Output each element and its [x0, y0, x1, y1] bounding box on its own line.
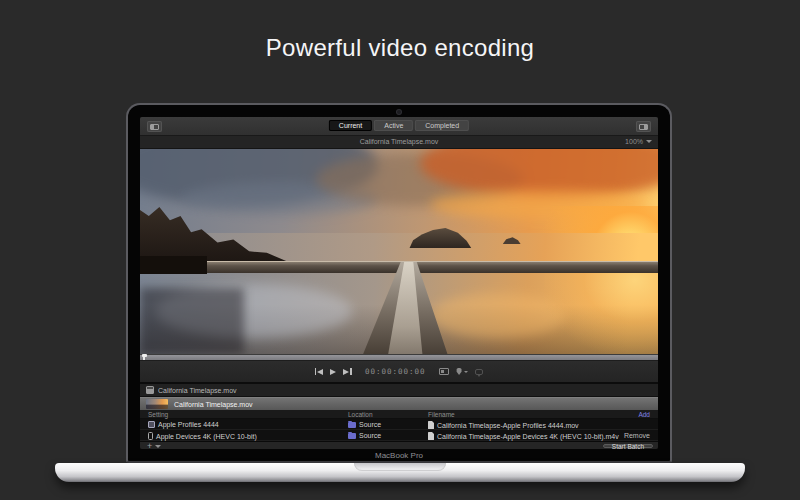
marker-icon [456, 368, 463, 375]
device-setting-icon [148, 432, 153, 440]
feedback-bubble-icon[interactable] [475, 369, 483, 375]
timecode-display: 00:00:00:00 [365, 367, 426, 376]
output-row[interactable]: Apple Profiles 4444 Source California Ti… [140, 419, 658, 430]
location-name: Source [359, 421, 381, 428]
sidebar-icon [150, 124, 159, 130]
app-toolbar: Current Active Completed [140, 117, 658, 136]
page-title: Powerful video encoding [0, 34, 800, 62]
marketing-page: Powerful video encoding Current Active C… [0, 0, 800, 500]
tab-active[interactable]: Active [374, 120, 413, 131]
inspector-toggle-button[interactable] [636, 121, 651, 132]
skip-forward-icon [350, 368, 352, 375]
webcam-dot [397, 110, 401, 114]
viewer-filename: California Timelapse.mov [140, 138, 658, 145]
add-job-menu-button[interactable]: + [147, 442, 161, 449]
previous-frame-button[interactable] [315, 368, 324, 375]
chevron-down-icon [646, 140, 652, 143]
column-location: Location [348, 411, 373, 418]
macbook-lid-notch [354, 463, 446, 471]
clapboard-icon [146, 386, 154, 394]
chevron-down-icon [155, 445, 161, 448]
output-filename: California Timelapse-Apple Devices 4K (H… [437, 433, 619, 440]
add-output-link[interactable]: Add [638, 411, 650, 418]
plus-icon: + [147, 442, 152, 449]
play-icon [330, 369, 336, 375]
scene-foreground-rocks [140, 256, 207, 274]
inspector-icon [639, 124, 648, 130]
document-icon [428, 432, 434, 440]
preview-pane-toggle-button[interactable] [147, 121, 162, 132]
folder-icon [348, 422, 356, 428]
column-header-row: Setting Location Filename Add [140, 410, 658, 419]
remove-output-link[interactable]: Remove [624, 432, 650, 439]
compressor-app-window: Current Active Completed California Time… [140, 117, 658, 449]
batch-panel: California Timelapse.mov California Time… [140, 382, 658, 449]
skip-back-icon [317, 369, 323, 375]
selected-source-row[interactable]: California Timelapse.mov [140, 397, 658, 410]
scene-sun-reflection [544, 272, 658, 354]
scene-dark-reflection [140, 288, 244, 354]
batch-header-row[interactable]: California Timelapse.mov [140, 384, 658, 397]
timeline-scrubber[interactable] [140, 354, 658, 361]
status-tabs: Current Active Completed [329, 120, 469, 131]
zoom-control[interactable]: 100% [625, 138, 652, 145]
batch-source-name: California Timelapse.mov [158, 387, 237, 394]
macbook-base [55, 463, 745, 482]
location-name: Source [359, 432, 381, 439]
batch-footer-bar: + Start Batch [140, 441, 658, 449]
folder-icon [348, 433, 356, 439]
play-button[interactable] [330, 369, 336, 375]
output-filename: California Timelapse-Apple Profiles 4444… [437, 422, 579, 429]
playhead[interactable] [143, 355, 145, 360]
column-setting: Setting [148, 411, 168, 418]
macbook-label: MacBook Pro [128, 451, 670, 460]
chevron-down-icon [464, 371, 468, 373]
column-filename: Filename [428, 411, 455, 418]
source-thumbnail [146, 399, 168, 409]
setting-name: Apple Profiles 4444 [158, 421, 219, 428]
save-frame-icon[interactable] [439, 368, 449, 375]
viewer-titlebar: California Timelapse.mov 100% [140, 136, 658, 149]
document-icon [428, 421, 434, 429]
output-row[interactable]: Apple Devices 4K (HEVC 10-bit) Source Ca… [140, 430, 658, 441]
start-batch-button[interactable]: Start Batch [603, 444, 653, 448]
macbook-bezel: Current Active Completed California Time… [126, 103, 672, 463]
video-preview[interactable] [140, 149, 658, 354]
marker-menu-button[interactable] [456, 368, 469, 375]
scene-pool-wall [192, 261, 658, 273]
transport-bar: 00:00:00:00 [140, 361, 658, 382]
profile-setting-icon [148, 421, 155, 428]
next-frame-button[interactable] [343, 368, 352, 375]
selected-source-name: California Timelapse.mov [174, 401, 253, 408]
setting-name: Apple Devices 4K (HEVC 10-bit) [156, 433, 257, 440]
tab-current[interactable]: Current [329, 120, 372, 131]
skip-forward-icon [343, 369, 349, 375]
skip-back-icon [315, 368, 317, 375]
zoom-level: 100% [625, 138, 643, 145]
tab-completed[interactable]: Completed [415, 120, 469, 131]
